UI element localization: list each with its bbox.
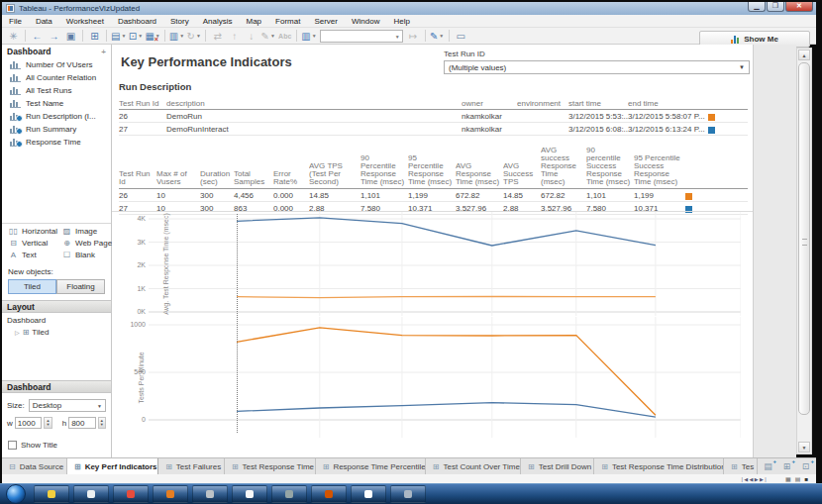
sidebar-worksheet-test-name[interactable]: Test Name	[2, 97, 111, 110]
vertical-scrollbar[interactable]: ▲ ▼	[796, 48, 812, 454]
table-row[interactable]: 26DemoRunnkamkolkar3/12/2015 5:53:..3/12…	[119, 110, 748, 123]
taskbar-item[interactable]	[113, 485, 149, 503]
tab-test-response-time[interactable]: ⊞Test Response Time	[225, 458, 316, 474]
add-data-source-button[interactable]: ⊞	[87, 29, 102, 43]
avg-response-time-chart[interactable]: Avg. Test Response Time (msec)0K1K2K3K4K	[112, 212, 753, 316]
restore-button[interactable]: ❒	[767, 2, 784, 12]
abc-labels-button[interactable]: Abc	[277, 29, 292, 43]
taskbar-item[interactable]	[390, 485, 426, 503]
menu-dashboard[interactable]: Dashboard	[111, 17, 163, 26]
show-sheet-icon[interactable]: ■	[804, 476, 808, 482]
table-row[interactable]: 26103004,4560.00014.851,1011,199672.8214…	[119, 189, 748, 202]
presentation-mode-button[interactable]: ▭	[454, 29, 468, 43]
duplicate-sheet-button[interactable]: ⊡▼	[128, 29, 143, 43]
sidebar-worksheet-response-time[interactable]: Response Time	[2, 136, 111, 149]
show-title-checkbox[interactable]	[8, 441, 17, 450]
swap-rows-columns-button[interactable]: ⇄	[210, 29, 225, 43]
menu-help[interactable]: Help	[386, 17, 416, 26]
run-auto-updates-button[interactable]: ↻▼	[186, 29, 201, 43]
object-web-page[interactable]: ⊕Web Page	[61, 239, 113, 248]
sidebar-worksheet-run-description-i[interactable]: Run Description (I...	[2, 110, 111, 123]
test-run-id-filter-dropdown[interactable]: (Multiple values) ▼	[444, 60, 750, 74]
sidebar-worksheet-number-of-vusers[interactable]: Number Of VUsers	[2, 58, 111, 71]
menu-data[interactable]: Data	[29, 17, 59, 26]
sidebar-worksheet-all-counter-relation[interactable]: All Counter Relation	[2, 71, 111, 84]
new-story-tab-button[interactable]: ⊡	[797, 460, 814, 473]
line-series[interactable]	[237, 218, 656, 246]
menu-format[interactable]: Format	[268, 17, 307, 26]
height-stepper[interactable]: ▲▼	[98, 417, 106, 429]
taskbar-item[interactable]	[232, 485, 267, 503]
tab-test-failures[interactable]: ⊞Test Failures	[158, 458, 225, 474]
line-series[interactable]	[237, 328, 656, 415]
menu-map[interactable]: Map	[240, 17, 269, 26]
tests-per-minute-chart[interactable]: Tests Per Minute05001000	[112, 317, 753, 438]
menu-window[interactable]: Window	[345, 17, 386, 26]
minimize-button[interactable]: ▁	[748, 2, 766, 12]
start-button[interactable]	[6, 484, 26, 504]
redo-forward-button[interactable]: →	[47, 29, 61, 43]
menu-file[interactable]: File	[2, 17, 29, 26]
expander-icon[interactable]: ▷	[15, 329, 20, 336]
new-worksheet-button[interactable]: ▤▼	[111, 29, 126, 43]
tab-test-drill-down[interactable]: ⊞Test Drill Down	[521, 458, 594, 474]
table-row[interactable]: 27DemoRunInteractnkamkolkar3/12/2015 6:0…	[119, 123, 748, 136]
object-blank[interactable]: ☐Blank	[61, 251, 113, 259]
show-filmstrip-icon[interactable]: ▤	[795, 475, 801, 482]
tab-tes[interactable]: ⊞Tes	[724, 458, 758, 474]
scrollbar-thumb[interactable]	[798, 62, 810, 415]
scroll-down-arrow[interactable]: ▼	[798, 442, 810, 453]
scroll-up-arrow[interactable]: ▲	[798, 50, 810, 60]
tab-test-response-time-distribution[interactable]: ⊞Test Response Time Distribution	[594, 458, 724, 474]
object-text[interactable]: AText	[8, 251, 61, 259]
show-me-mini-button[interactable]: ▥▼	[301, 29, 316, 43]
tab-data-source[interactable]: ⊟Data Source	[2, 458, 67, 474]
taskbar-item[interactable]	[192, 485, 228, 503]
clear-sheet-button[interactable]: ▦×▼	[145, 29, 159, 43]
run-color-swatch[interactable]	[708, 127, 715, 134]
sidebar-worksheet-run-summary[interactable]: Run Summary	[2, 123, 111, 136]
highlight-button[interactable]: ✎▼	[260, 29, 275, 43]
sort-ascending-button[interactable]: ↑	[227, 29, 242, 43]
tab-test-count-over-time[interactable]: ⊞Test Count Over Time	[426, 458, 521, 474]
sheet-nav-icons[interactable]: ❘◀ ◀ ▶ ▶❘	[740, 476, 768, 482]
object-image[interactable]: ▨Image	[61, 227, 113, 236]
taskbar-item[interactable]	[351, 485, 386, 503]
save-button[interactable]: ▣	[63, 29, 78, 43]
tab-response-time-percentile[interactable]: ⊞Response Time Percentile	[316, 458, 426, 474]
new-dashboard-tab-button[interactable]: ⊞	[778, 460, 795, 473]
tiled-button[interactable]: Tiled	[8, 279, 56, 294]
layout-tree-root[interactable]: Dashboard	[7, 316, 111, 325]
line-series[interactable]	[237, 403, 656, 417]
object-vertical[interactable]: ⊟Vertical	[8, 239, 61, 248]
run-color-swatch[interactable]	[708, 114, 715, 121]
new-worksheet-tab-button[interactable]: ▤	[760, 460, 776, 473]
line-series[interactable]	[237, 297, 656, 298]
floating-button[interactable]: Floating	[56, 279, 105, 294]
menu-analysis[interactable]: Analysis	[196, 17, 240, 26]
tableau-logo-button[interactable]: ✳	[6, 29, 21, 43]
menu-story[interactable]: Story	[163, 17, 196, 26]
undo-back-button[interactable]: ←	[30, 29, 45, 43]
size-select[interactable]: Desktop ▼	[29, 399, 106, 412]
sidebar-worksheet-all-test-runs[interactable]: All Test Runs	[2, 84, 111, 97]
taskbar-item[interactable]	[34, 485, 69, 503]
taskbar-item[interactable]	[73, 485, 109, 503]
taskbar-item[interactable]	[153, 485, 188, 503]
tab-key-perf-indicators[interactable]: ⊞Key Perf Indicators	[67, 458, 158, 474]
object-horizontal[interactable]: ▯▯Horizontal	[8, 227, 61, 236]
taskbar-item[interactable]	[271, 485, 307, 503]
fix-axes-button[interactable]: ↦	[406, 29, 421, 43]
pin-icon[interactable]: +	[101, 48, 106, 56]
taskbar-item[interactable]	[311, 485, 347, 503]
layout-tree-item-tiled[interactable]: ▷ ⊞ Tiled	[7, 325, 111, 337]
close-button[interactable]: ✕	[785, 2, 813, 12]
menu-worksheet[interactable]: Worksheet	[59, 17, 111, 26]
width-stepper[interactable]: ▲▼	[44, 417, 51, 429]
width-field[interactable]: 1000	[15, 417, 43, 429]
menu-server[interactable]: Server	[307, 17, 345, 26]
fit-selector[interactable]: ▼	[320, 30, 403, 43]
show-tabs-icon[interactable]: ▦	[785, 475, 791, 482]
sort-descending-button[interactable]: ↓	[244, 29, 258, 43]
run-color-swatch[interactable]	[685, 193, 692, 200]
